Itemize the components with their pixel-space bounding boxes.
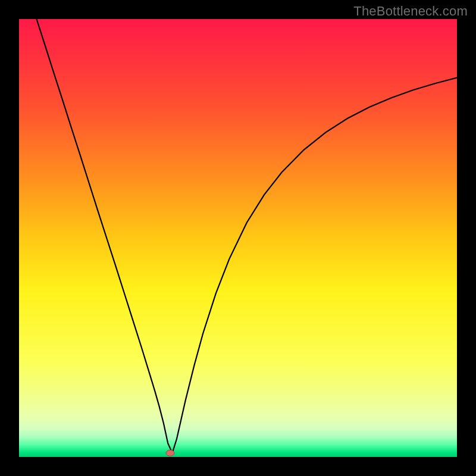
gradient-background [19, 19, 457, 457]
watermark-text: TheBottleneck.com [353, 4, 468, 19]
plot-area [19, 19, 457, 457]
chart-frame: TheBottleneck.com [0, 0, 476, 476]
bottleneck-chart [19, 19, 457, 457]
optimal-point-marker [166, 450, 174, 456]
